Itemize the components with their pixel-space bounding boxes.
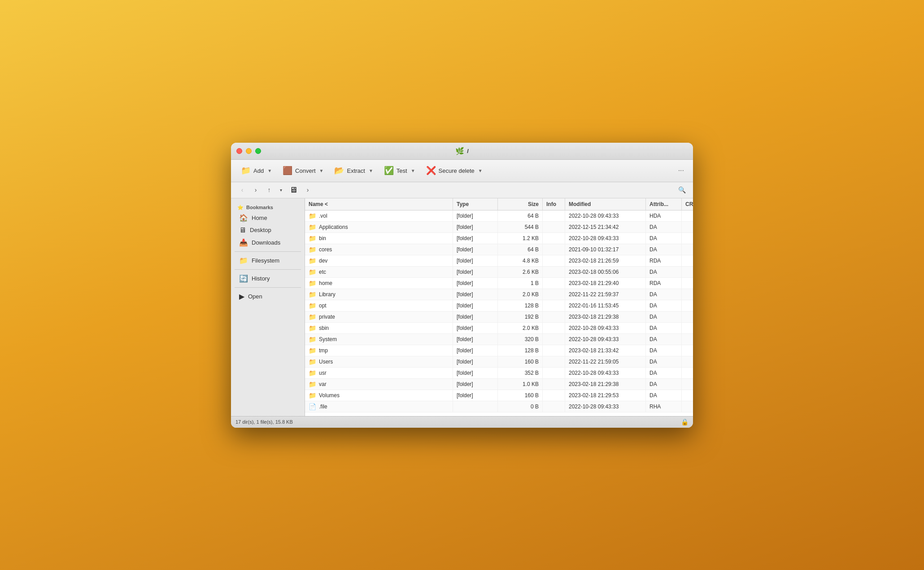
table-row[interactable]: 📁 private [folder] 192 B 2023-02-18 21:2…	[305, 311, 693, 323]
file-crc32	[682, 334, 693, 345]
file-type-icon: 📁	[309, 347, 316, 354]
secure-delete-dropdown-icon: ▼	[478, 168, 483, 173]
header-size[interactable]: Size	[498, 198, 543, 210]
main-content: ⭐ Bookmarks 🏠 Home 🖥 Desktop 📥 Downloads…	[231, 198, 693, 416]
file-attrib: DA	[646, 233, 682, 244]
file-size: 320 B	[498, 334, 543, 345]
table-row[interactable]: 📁 opt [folder] 128 B 2022-01-16 11:53:45…	[305, 300, 693, 311]
status-text: 17 dir(s), 1 file(s), 15.8 KB	[235, 419, 293, 425]
table-row[interactable]: 📁 sbin [folder] 2.0 KB 2022-10-28 09:43:…	[305, 323, 693, 334]
header-type[interactable]: Type	[453, 198, 498, 210]
test-button[interactable]: ✅ Test ▼	[379, 163, 420, 178]
file-type: [folder]	[453, 390, 498, 401]
header-crc32[interactable]: CRC32	[682, 198, 693, 210]
file-crc32	[682, 289, 693, 300]
title-bar: 🌿 /	[231, 143, 693, 160]
sidebar-item-desktop[interactable]: 🖥 Desktop	[233, 224, 303, 236]
file-type: [folder]	[453, 356, 498, 367]
bookmarks-label: Bookmarks	[246, 205, 273, 210]
maximize-button[interactable]	[255, 148, 261, 154]
file-crc32	[682, 345, 693, 356]
add-button[interactable]: 📁 Add ▼	[236, 163, 276, 178]
forward-button[interactable]: ›	[250, 184, 262, 196]
table-row[interactable]: 📁 usr [folder] 352 B 2022-10-28 09:43:33…	[305, 368, 693, 379]
file-name: Users	[319, 359, 333, 365]
sidebar-item-home[interactable]: 🏠 Home	[233, 212, 303, 224]
sidebar-item-downloads[interactable]: 📥 Downloads	[233, 237, 303, 249]
convert-label: Convert	[295, 167, 316, 174]
sidebar-item-history[interactable]: 🔄 History	[233, 272, 303, 285]
file-type: [folder]	[453, 222, 498, 232]
table-row[interactable]: 📁 System [folder] 320 B 2022-10-28 09:43…	[305, 334, 693, 345]
file-modified: 2022-10-28 09:43:33	[565, 334, 646, 345]
minimize-button[interactable]	[246, 148, 252, 154]
file-attrib: DA	[646, 390, 682, 401]
file-crc32	[682, 244, 693, 255]
convert-icon: 🟫	[283, 166, 292, 175]
sidebar-open-label: Open	[248, 293, 262, 300]
file-name: .vol	[319, 213, 327, 219]
add-label: Add	[253, 167, 264, 174]
file-size: 160 B	[498, 356, 543, 367]
table-row[interactable]: 📄 .file 0 B 2022-10-28 09:43:33 RHA	[305, 401, 693, 412]
file-name: bin	[319, 235, 326, 241]
sidebar-item-open[interactable]: ▶ Open	[233, 290, 303, 303]
more-options-button[interactable]: ···	[675, 165, 688, 176]
table-row[interactable]: 📁 var [folder] 1.0 KB 2023-02-18 21:29:3…	[305, 379, 693, 390]
file-modified: 2023-02-18 21:33:42	[565, 345, 646, 356]
extract-button[interactable]: 📂 Extract ▼	[330, 163, 377, 178]
table-row[interactable]: 📁 cores [folder] 64 B 2021-09-10 01:32:1…	[305, 244, 693, 255]
file-modified: 2022-10-28 09:43:33	[565, 368, 646, 378]
computer-button[interactable]: 🖥	[287, 184, 300, 196]
file-modified: 2023-02-18 21:29:53	[565, 390, 646, 401]
header-info[interactable]: Info	[543, 198, 565, 210]
file-type-icon: 📄	[309, 403, 316, 410]
test-label: Test	[397, 167, 407, 174]
file-type: [folder]	[453, 255, 498, 266]
window-title-text: /	[467, 148, 469, 154]
file-type-icon: 📁	[309, 257, 316, 264]
header-name[interactable]: Name <	[305, 198, 453, 210]
file-modified: 2023-02-18 21:29:38	[565, 311, 646, 322]
nav-forward-button[interactable]: ›	[302, 184, 314, 196]
file-crc32	[682, 356, 693, 367]
file-type-icon: 📁	[309, 392, 316, 399]
file-type: [folder]	[453, 334, 498, 345]
file-size: 4.8 KB	[498, 255, 543, 266]
file-attrib: DA	[646, 300, 682, 311]
table-row[interactable]: 📁 Users [folder] 160 B 2022-11-22 21:59:…	[305, 356, 693, 368]
close-button[interactable]	[236, 148, 242, 154]
search-button[interactable]: 🔍	[676, 184, 688, 196]
file-info	[543, 401, 565, 412]
file-size: 544 B	[498, 222, 543, 232]
file-crc32	[682, 390, 693, 401]
header-attrib[interactable]: Attrib...	[646, 198, 682, 210]
file-crc32	[682, 379, 693, 390]
file-size: 352 B	[498, 368, 543, 378]
table-row[interactable]: 📁 Library [folder] 2.0 KB 2022-11-22 21:…	[305, 289, 693, 300]
sidebar-item-filesystem[interactable]: 📁 Filesystem	[233, 254, 303, 267]
extract-icon: 📂	[334, 166, 344, 175]
back-button[interactable]: ‹	[236, 184, 248, 196]
file-name: tmp	[319, 347, 328, 354]
up-button[interactable]: ↑	[263, 184, 275, 196]
file-type: [folder]	[453, 323, 498, 333]
file-type-icon: 📁	[309, 381, 316, 388]
file-info	[543, 300, 565, 311]
table-row[interactable]: 📁 tmp [folder] 128 B 2023-02-18 21:33:42…	[305, 345, 693, 356]
table-row[interactable]: 📁 Applications [folder] 544 B 2022-12-15…	[305, 222, 693, 233]
nav-dropdown-button[interactable]: ▾	[277, 184, 285, 196]
table-row[interactable]: 📁 bin [folder] 1.2 KB 2022-10-28 09:43:3…	[305, 233, 693, 244]
table-row[interactable]: 📁 etc [folder] 2.6 KB 2023-02-18 00:55:0…	[305, 267, 693, 278]
file-type-icon: 📁	[309, 324, 316, 332]
file-type-icon: 📁	[309, 369, 316, 377]
header-modified[interactable]: Modified	[565, 198, 646, 210]
secure-delete-button[interactable]: ❌ Secure delete ▼	[422, 163, 487, 178]
table-row[interactable]: 📁 home [folder] 1 B 2023-02-18 21:29:40 …	[305, 278, 693, 289]
file-attrib: DA	[646, 311, 682, 322]
table-row[interactable]: 📁 Volumes [folder] 160 B 2023-02-18 21:2…	[305, 390, 693, 401]
file-size: 128 B	[498, 345, 543, 356]
table-row[interactable]: 📁 .vol [folder] 64 B 2022-10-28 09:43:33…	[305, 210, 693, 222]
convert-button[interactable]: 🟫 Convert ▼	[278, 163, 328, 178]
table-row[interactable]: 📁 dev [folder] 4.8 KB 2023-02-18 21:26:5…	[305, 255, 693, 267]
